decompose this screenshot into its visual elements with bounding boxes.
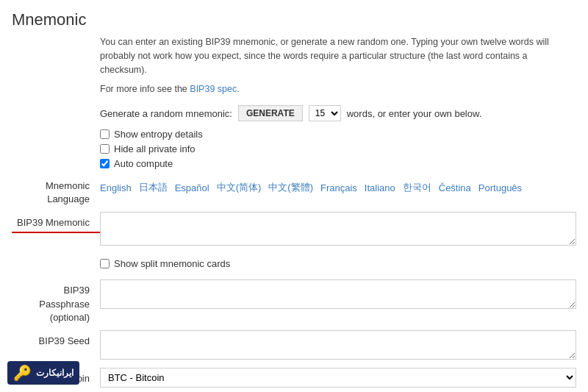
hide-private-label: Hide all private info (114, 143, 196, 154)
auto-compute-label: Auto compute (114, 158, 173, 169)
language-options: English 日本語 Español 中文(简体) 中文(繁體) França… (100, 181, 576, 194)
key-icon: 🔑 (13, 364, 32, 382)
lang-spanish[interactable]: Español (175, 182, 209, 193)
show-entropy-checkbox[interactable] (100, 129, 110, 139)
lang-korean[interactable]: 한국어 (403, 181, 431, 194)
bip39-mnemonic-label: BIP39 Mnemonic (12, 212, 100, 232)
mnemonic-language-label: Mnemonic Language (12, 175, 100, 206)
show-entropy-label: Show entropy details (114, 129, 203, 140)
hide-private-checkbox[interactable] (100, 144, 110, 154)
lang-english[interactable]: English (100, 182, 132, 193)
bip39-mnemonic-input[interactable] (100, 212, 576, 246)
bip39-passphrase-input[interactable] (100, 279, 576, 309)
lang-czech[interactable]: Čeština (439, 182, 471, 193)
words-suffix-label: words, or enter your own below. (347, 108, 482, 119)
bip39-passphrase-label: BIP39 Passphrase(optional) (12, 279, 100, 324)
coin-select[interactable]: BTC - Bitcoin (100, 368, 576, 388)
watermark-text: ایرانیکارت (36, 368, 74, 378)
page-title: Mnemonic (0, 0, 588, 35)
bip39-spec-link[interactable]: BIP39 spec (190, 84, 237, 94)
lang-chinese-traditional[interactable]: 中文(繁體) (268, 181, 313, 194)
show-split-checkbox[interactable] (100, 259, 110, 268)
lang-japanese[interactable]: 日本語 (139, 181, 168, 194)
lang-french[interactable]: Français (320, 182, 357, 193)
bip39-seed-label: BIP39 Seed (12, 330, 100, 348)
description-1: You can enter an existing BIP39 mnemonic… (100, 35, 576, 76)
generate-button[interactable]: GENERATE (238, 105, 303, 121)
lang-chinese-simplified[interactable]: 中文(简体) (217, 181, 262, 194)
lang-italian[interactable]: Italiano (365, 182, 395, 193)
show-split-label: Show split mnemonic cards (114, 258, 230, 269)
words-count-select[interactable]: 3 6 9 12 15 18 21 24 (309, 105, 341, 121)
lang-portuguese[interactable]: Português (478, 182, 522, 193)
bip39-seed-input[interactable] (100, 330, 576, 360)
description-2: For more info see the BIP39 spec. (100, 82, 576, 96)
auto-compute-checkbox[interactable] (100, 159, 110, 168)
generate-label: Generate a random mnemonic: (100, 108, 232, 119)
watermark-logo: 🔑 ایرانیکارت (7, 361, 79, 385)
